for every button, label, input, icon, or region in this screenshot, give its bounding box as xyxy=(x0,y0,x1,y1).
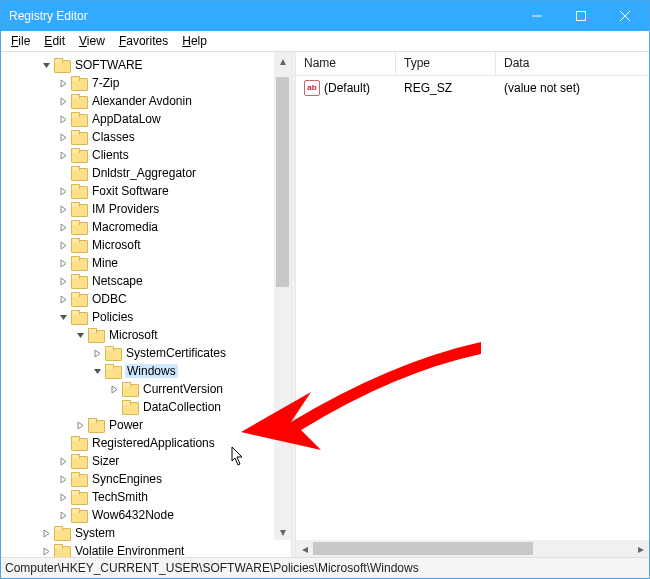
scroll-down-arrow-icon[interactable]: ▾ xyxy=(274,523,291,540)
tree-item[interactable]: Microsoft xyxy=(1,236,291,254)
scroll-track[interactable] xyxy=(274,69,291,523)
tree-item[interactable]: Power xyxy=(1,416,291,434)
tree-item-label: Microsoft xyxy=(91,238,142,252)
column-name[interactable]: Name xyxy=(296,52,396,75)
value-list-pane: Name Type Data ab (Default) REG_SZ (valu… xyxy=(296,52,649,557)
menu-favorites[interactable]: Favorites xyxy=(113,32,174,50)
folder-icon xyxy=(122,382,138,396)
menubar: File Edit View Favorites Help xyxy=(1,31,649,52)
tree-item[interactable]: CurrentVersion xyxy=(1,380,291,398)
tree-item-label: DataCollection xyxy=(142,400,222,414)
tree-item[interactable]: Wow6432Node xyxy=(1,506,291,524)
chevron-right-icon[interactable] xyxy=(39,544,53,557)
tree-item[interactable]: Alexander Avdonin xyxy=(1,92,291,110)
tree-item[interactable]: Mine xyxy=(1,254,291,272)
chevron-right-icon[interactable] xyxy=(56,508,70,522)
tree-item[interactable]: RegisteredApplications xyxy=(1,434,291,452)
scroll-track[interactable] xyxy=(313,540,632,557)
chevron-right-icon[interactable] xyxy=(56,202,70,216)
tree-item-label: SOFTWARE xyxy=(74,58,144,72)
tree-item-label: Mine xyxy=(91,256,119,270)
tree-item[interactable]: Microsoft xyxy=(1,326,291,344)
titlebar[interactable]: Registry Editor xyxy=(1,1,649,31)
folder-icon xyxy=(105,346,121,360)
tree-item[interactable]: ODBC xyxy=(1,290,291,308)
menu-edit[interactable]: Edit xyxy=(38,32,71,50)
tree-item[interactable]: Volatile Environment xyxy=(1,542,291,557)
chevron-right-icon[interactable] xyxy=(56,238,70,252)
menu-view[interactable]: View xyxy=(73,32,111,50)
tree-item[interactable]: Foxit Software xyxy=(1,182,291,200)
tree-item-label: Windows xyxy=(125,364,178,378)
chevron-right-icon[interactable] xyxy=(39,526,53,540)
scroll-left-arrow-icon[interactable]: ◂ xyxy=(296,540,313,557)
tree-item[interactable]: SystemCertificates xyxy=(1,344,291,362)
tree-item-label: Sizer xyxy=(91,454,120,468)
tree-item[interactable]: Macromedia xyxy=(1,218,291,236)
chevron-right-icon[interactable] xyxy=(56,472,70,486)
tree-item[interactable]: DataCollection xyxy=(1,398,291,416)
folder-icon xyxy=(71,274,87,288)
folder-icon xyxy=(71,436,87,450)
chevron-right-icon[interactable] xyxy=(56,292,70,306)
list-horizontal-scrollbar[interactable]: ◂ ▸ xyxy=(296,540,649,557)
scroll-up-arrow-icon[interactable]: ▴ xyxy=(274,52,291,69)
tree-item[interactable]: TechSmith xyxy=(1,488,291,506)
chevron-right-icon[interactable] xyxy=(56,112,70,126)
tree-item-label: Dnldstr_Aggregator xyxy=(91,166,197,180)
chevron-right-icon[interactable] xyxy=(56,148,70,162)
tree-item[interactable]: Windows xyxy=(1,362,291,380)
chevron-down-icon[interactable] xyxy=(39,58,53,72)
scroll-thumb[interactable] xyxy=(313,542,533,555)
tree-item[interactable]: Policies xyxy=(1,308,291,326)
chevron-right-icon[interactable] xyxy=(56,94,70,108)
tree-item-label: Microsoft xyxy=(108,328,159,342)
tree-item[interactable]: IM Providers xyxy=(1,200,291,218)
chevron-down-icon[interactable] xyxy=(73,328,87,342)
chevron-right-icon[interactable] xyxy=(56,490,70,504)
scroll-thumb[interactable] xyxy=(276,77,289,287)
folder-icon xyxy=(54,526,70,540)
tree-pane[interactable]: SOFTWARE7-ZipAlexander AvdoninAppDataLow… xyxy=(1,52,291,557)
chevron-right-icon[interactable] xyxy=(56,220,70,234)
tree-item[interactable]: Netscape xyxy=(1,272,291,290)
chevron-right-icon[interactable] xyxy=(73,418,87,432)
scroll-right-arrow-icon[interactable]: ▸ xyxy=(632,540,649,557)
folder-icon xyxy=(71,130,87,144)
maximize-button[interactable] xyxy=(559,1,603,31)
tree[interactable]: SOFTWARE7-ZipAlexander AvdoninAppDataLow… xyxy=(1,56,291,557)
minimize-button[interactable] xyxy=(515,1,559,31)
menu-file[interactable]: File xyxy=(5,32,36,50)
tree-item[interactable]: System xyxy=(1,524,291,542)
close-button[interactable] xyxy=(603,1,647,31)
tree-item[interactable]: Dnldstr_Aggregator xyxy=(1,164,291,182)
folder-icon xyxy=(88,418,104,432)
chevron-right-icon[interactable] xyxy=(56,76,70,90)
folder-icon xyxy=(71,238,87,252)
chevron-down-icon[interactable] xyxy=(56,310,70,324)
chevron-down-icon[interactable] xyxy=(90,364,104,378)
chevron-right-icon[interactable] xyxy=(56,274,70,288)
tree-item[interactable]: Classes xyxy=(1,128,291,146)
tree-item[interactable]: SyncEngines xyxy=(1,470,291,488)
tree-vertical-scrollbar[interactable]: ▴ ▾ xyxy=(274,52,291,540)
tree-item[interactable]: AppDataLow xyxy=(1,110,291,128)
tree-item-label: Foxit Software xyxy=(91,184,170,198)
tree-item[interactable]: Sizer xyxy=(1,452,291,470)
list-item[interactable]: ab (Default) REG_SZ (value not set) xyxy=(296,76,649,100)
list-body[interactable]: ab (Default) REG_SZ (value not set) ◂ ▸ xyxy=(296,76,649,557)
chevron-right-icon[interactable] xyxy=(56,256,70,270)
column-type[interactable]: Type xyxy=(396,52,496,75)
tree-item[interactable]: 7-Zip xyxy=(1,74,291,92)
tree-item-label: 7-Zip xyxy=(91,76,120,90)
tree-item[interactable]: SOFTWARE xyxy=(1,56,291,74)
menu-help[interactable]: Help xyxy=(176,32,213,50)
tree-item[interactable]: Clients xyxy=(1,146,291,164)
chevron-right-icon[interactable] xyxy=(56,454,70,468)
chevron-right-icon[interactable] xyxy=(107,382,121,396)
folder-icon xyxy=(54,58,70,72)
chevron-right-icon[interactable] xyxy=(90,346,104,360)
chevron-right-icon[interactable] xyxy=(56,130,70,144)
chevron-right-icon[interactable] xyxy=(56,184,70,198)
column-data[interactable]: Data xyxy=(496,52,649,75)
